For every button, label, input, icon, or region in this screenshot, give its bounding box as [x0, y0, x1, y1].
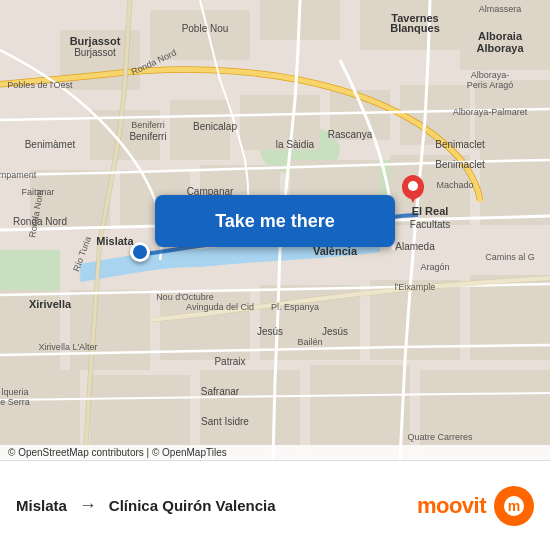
svg-point-86 [408, 181, 418, 191]
svg-text:lqueria: lqueria [1, 387, 28, 397]
svg-text:Avinguda del Cid: Avinguda del Cid [186, 302, 254, 312]
button-label: Take me there [215, 211, 335, 232]
svg-text:Benicalap: Benicalap [193, 121, 237, 132]
svg-text:Alboraya-: Alboraya- [471, 70, 510, 80]
attribution-text: © OpenStreetMap contributors | © OpenMap… [8, 447, 227, 458]
svg-text:Alboraya-Palmaret: Alboraya-Palmaret [453, 107, 528, 117]
svg-text:Machado: Machado [436, 180, 473, 190]
svg-text:Beniferri: Beniferri [131, 120, 165, 130]
origin-pin [130, 242, 150, 262]
origin-label: Mislata [16, 497, 67, 514]
svg-text:Faitanar: Faitanar [21, 187, 54, 197]
map-container: Burjassot Burjassot Poble Nou Tavernes B… [0, 0, 550, 460]
svg-text:ampament: ampament [0, 170, 37, 180]
svg-text:Pl. Espanya: Pl. Espanya [271, 302, 319, 312]
svg-text:Quatre Carreres: Quatre Carreres [407, 432, 473, 442]
svg-text:Patraix: Patraix [214, 356, 245, 367]
svg-text:Nou d'Octubre: Nou d'Octubre [156, 292, 214, 302]
svg-text:Beniferri: Beniferri [129, 131, 166, 142]
svg-text:El Real: El Real [412, 205, 449, 217]
svg-text:Facultats: Facultats [410, 219, 451, 230]
svg-text:Burjassot: Burjassot [74, 47, 116, 58]
moovit-logo-wrapper: moovit m [417, 486, 534, 526]
arrow-icon: → [79, 495, 97, 516]
svg-text:Camins al G: Camins al G [485, 252, 535, 262]
svg-text:Alboraia: Alboraia [478, 30, 523, 42]
map-attribution: © OpenStreetMap contributors | © OpenMap… [0, 445, 550, 460]
svg-text:Blanques: Blanques [390, 22, 440, 34]
moovit-text: moovit [417, 493, 486, 519]
svg-text:la Sàidia: la Sàidia [276, 139, 315, 150]
svg-text:Pobles de l'Oest: Pobles de l'Oest [7, 80, 73, 90]
destination-label: Clínica Quirón Valencia [109, 497, 417, 514]
svg-text:Bailén: Bailén [297, 337, 322, 347]
svg-rect-23 [70, 290, 150, 370]
svg-text:Benimaclet: Benimaclet [435, 139, 485, 150]
bottom-bar: Mislata → Clínica Quirón Valencia moovit… [0, 460, 550, 550]
svg-text:Xirivella L'Alter: Xirivella L'Alter [38, 342, 97, 352]
svg-text:Jesús: Jesús [257, 326, 283, 337]
svg-text:Burjassot: Burjassot [70, 35, 121, 47]
svg-text:Sant Isidre: Sant Isidre [201, 416, 249, 427]
svg-text:m: m [508, 498, 520, 514]
svg-text:Alboraya: Alboraya [476, 42, 524, 54]
svg-text:Almassera: Almassera [479, 4, 522, 14]
svg-text:Benimàmet: Benimàmet [25, 139, 76, 150]
moovit-icon: m [494, 486, 534, 526]
svg-text:Mislata: Mislata [96, 235, 134, 247]
svg-text:Aragón: Aragón [420, 262, 449, 272]
svg-text:Xirivella: Xirivella [29, 298, 72, 310]
take-me-there-button[interactable]: Take me there [155, 195, 395, 247]
svg-text:Peris Aragó: Peris Aragó [467, 80, 514, 90]
svg-rect-27 [470, 275, 550, 360]
svg-text:Safranar: Safranar [201, 386, 240, 397]
svg-text:Poble Nou: Poble Nou [182, 23, 229, 34]
svg-text:l'Eixample: l'Eixample [395, 282, 436, 292]
svg-text:Jesús: Jesús [322, 326, 348, 337]
svg-text:Alameda: Alameda [395, 241, 435, 252]
svg-text:Benimaclet: Benimaclet [435, 159, 485, 170]
svg-text:Rascanya: Rascanya [328, 129, 373, 140]
svg-text:e Serra: e Serra [0, 397, 30, 407]
